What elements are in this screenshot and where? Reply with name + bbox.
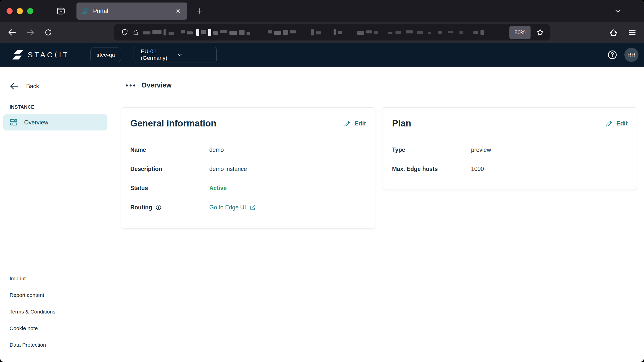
- row-value: 1000: [471, 166, 484, 172]
- zoom-level: 80%: [514, 29, 526, 36]
- forward-button[interactable]: [25, 27, 36, 38]
- info-icon[interactable]: [155, 204, 162, 211]
- close-window-button[interactable]: [7, 8, 13, 14]
- avatar-initials: RR: [627, 52, 635, 58]
- extensions-button[interactable]: [608, 27, 619, 38]
- url-bar[interactable]: 80%: [114, 24, 550, 40]
- footer-link[interactable]: Terms & Conditions: [10, 309, 55, 315]
- chevron-down-icon: [614, 7, 622, 15]
- external-link-icon: [250, 204, 256, 211]
- sidebar-section-title: INSTANCE: [10, 104, 111, 110]
- new-tab-button[interactable]: [193, 4, 207, 18]
- footer-link[interactable]: Data Protection: [10, 342, 55, 348]
- lock-icon: [132, 29, 140, 36]
- edit-button[interactable]: Edit: [606, 120, 628, 127]
- back-arrow-icon: [7, 28, 17, 37]
- row-value: preview: [471, 147, 491, 153]
- project-badge[interactable]: stec-qa: [90, 48, 121, 62]
- sidebar-item-label: Overview: [24, 119, 48, 126]
- browser-window: Portal: [0, 0, 644, 362]
- card-title: Plan: [392, 118, 411, 129]
- card: General information Edit Name demo Descr…: [121, 107, 375, 229]
- edge-ui-link[interactable]: Go to Edge UI: [209, 204, 256, 211]
- status-badge: Active: [209, 185, 227, 191]
- edit-label: Edit: [616, 120, 628, 127]
- region-label: EU-01 (Germany): [141, 48, 176, 61]
- card-row: Description demo instance: [130, 166, 366, 172]
- stackit-logo: STAC⟨IT: [12, 50, 69, 60]
- user-avatar[interactable]: RR: [624, 48, 638, 62]
- tab-close-button[interactable]: [173, 6, 183, 16]
- app-header: STAC⟨IT stec-qa EU-01 (Germany) RR: [0, 43, 644, 67]
- tab-portal[interactable]: Portal: [76, 3, 187, 20]
- tab-bar: Portal: [0, 0, 644, 22]
- cards: General information Edit Name demo Descr…: [121, 107, 637, 229]
- hamburger-icon: [628, 28, 637, 37]
- forward-arrow-icon: [25, 28, 35, 37]
- reload-button[interactable]: [43, 27, 54, 38]
- star-icon: [536, 28, 544, 37]
- dashboard-icon: [10, 118, 18, 126]
- maximize-window-button[interactable]: [27, 8, 33, 14]
- pencil-icon: [606, 120, 613, 127]
- card-row: Routing Go to Edge UI: [130, 204, 366, 211]
- edit-button[interactable]: Edit: [344, 120, 366, 127]
- toolbox-icon: [56, 6, 66, 16]
- ellipsis-icon: [126, 84, 135, 86]
- tracking-protection-button[interactable]: [119, 27, 130, 38]
- tab-title: Portal: [93, 8, 173, 15]
- main-content: Overview General information Edit Name d…: [111, 67, 644, 362]
- row-value: Go to Edge UI: [209, 204, 256, 211]
- row-label: Routing: [130, 204, 209, 211]
- back-link[interactable]: Back: [9, 81, 39, 91]
- card-row: Status Active: [130, 185, 366, 191]
- puzzle-icon: [609, 28, 618, 37]
- minimize-window-button[interactable]: [17, 8, 23, 14]
- back-label: Back: [26, 83, 39, 90]
- row-label: Description: [130, 166, 209, 172]
- row-value: demo: [209, 147, 224, 153]
- sidebar-footer-links: Imprint Report content Terms & Condition…: [10, 276, 55, 348]
- site-info-button[interactable]: [130, 27, 141, 38]
- back-arrow-icon: [9, 81, 19, 91]
- sidebar-item-overview[interactable]: Overview: [3, 114, 107, 130]
- card-row: Max. Edge hosts 1000: [392, 166, 628, 172]
- footer-link[interactable]: Report content: [10, 292, 55, 298]
- back-button[interactable]: [7, 27, 18, 38]
- plus-icon: [196, 7, 204, 15]
- close-icon: [175, 8, 181, 14]
- footer-link[interactable]: Imprint: [10, 276, 55, 282]
- card-title: General information: [130, 118, 216, 129]
- chevron-down-icon: [176, 51, 211, 59]
- window-controls: [7, 8, 33, 14]
- question-circle-icon: [607, 49, 618, 60]
- help-button[interactable]: [607, 49, 618, 61]
- row-label: Name: [130, 147, 209, 153]
- card-row: Name demo: [130, 147, 366, 153]
- redacted-url-text: [143, 24, 509, 40]
- stackit-logo-icon: [12, 50, 24, 60]
- page-title: Overview: [141, 81, 172, 89]
- card: Plan Edit Type preview Max. Edge hosts 1…: [383, 107, 637, 190]
- shield-icon: [121, 28, 129, 36]
- row-label: Max. Edge hosts: [392, 166, 471, 172]
- zoom-reset-button[interactable]: 80%: [509, 26, 531, 39]
- tab-list-button[interactable]: [611, 4, 625, 18]
- stackit-favicon: [82, 8, 89, 15]
- brand-wordmark: STAC⟨IT: [28, 50, 69, 59]
- region-select[interactable]: EU-01 (Germany): [134, 47, 217, 63]
- navigation-toolbar: 80%: [0, 22, 644, 43]
- row-label: Type: [392, 147, 471, 153]
- reload-icon: [44, 28, 53, 37]
- row-label: Status: [130, 185, 209, 191]
- card-row: Type preview: [392, 147, 628, 153]
- app-menu-button[interactable]: [627, 27, 638, 38]
- breadcrumb-menu-button[interactable]: [126, 83, 135, 87]
- bookmark-button[interactable]: [535, 27, 546, 38]
- pencil-icon: [344, 120, 351, 127]
- firefox-view-button[interactable]: [54, 4, 68, 18]
- row-value: Active: [209, 185, 227, 191]
- row-value: demo instance: [209, 166, 247, 172]
- edit-label: Edit: [354, 120, 366, 127]
- footer-link[interactable]: Cookie note: [10, 325, 55, 331]
